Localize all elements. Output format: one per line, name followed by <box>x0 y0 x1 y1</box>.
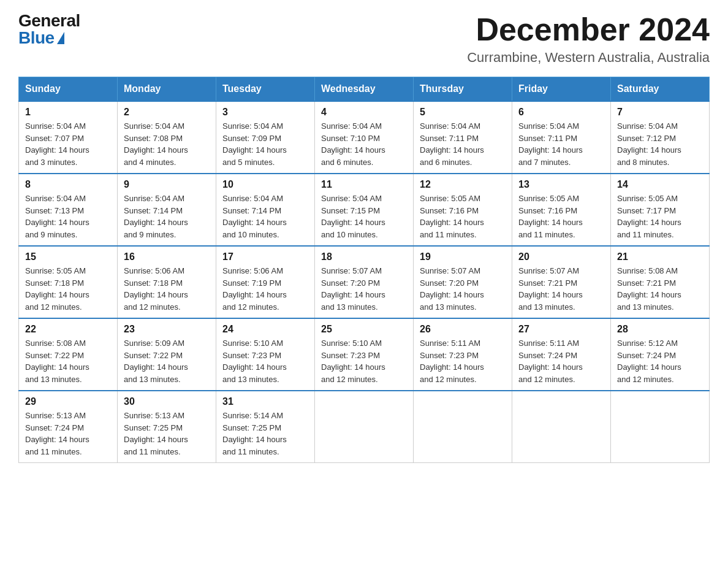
day-number: 12 <box>420 179 506 190</box>
col-header-saturday: Saturday <box>611 77 710 102</box>
calendar-week-row: 29Sunrise: 5:13 AMSunset: 7:24 PMDayligh… <box>19 391 710 463</box>
day-number: 2 <box>124 107 210 118</box>
day-number: 3 <box>222 107 308 118</box>
calendar-week-row: 15Sunrise: 5:05 AMSunset: 7:18 PMDayligh… <box>19 246 710 318</box>
calendar-cell: 5Sunrise: 5:04 AMSunset: 7:11 PMDaylight… <box>414 101 512 174</box>
calendar-cell: 19Sunrise: 5:07 AMSunset: 7:20 PMDayligh… <box>414 246 512 318</box>
calendar-cell: 29Sunrise: 5:13 AMSunset: 7:24 PMDayligh… <box>19 391 118 463</box>
day-info: Sunrise: 5:10 AMSunset: 7:23 PMDaylight:… <box>321 337 407 385</box>
calendar-cell: 27Sunrise: 5:11 AMSunset: 7:24 PMDayligh… <box>512 318 611 391</box>
day-number: 14 <box>617 179 703 190</box>
day-number: 28 <box>617 324 703 335</box>
calendar-cell: 20Sunrise: 5:07 AMSunset: 7:21 PMDayligh… <box>512 246 611 318</box>
day-info: Sunrise: 5:07 AMSunset: 7:21 PMDaylight:… <box>518 265 604 313</box>
day-info: Sunrise: 5:04 AMSunset: 7:10 PMDaylight:… <box>321 120 407 168</box>
day-number: 31 <box>222 396 308 407</box>
calendar-cell: 13Sunrise: 5:05 AMSunset: 7:16 PMDayligh… <box>512 174 611 246</box>
day-info: Sunrise: 5:04 AMSunset: 7:14 PMDaylight:… <box>222 193 308 240</box>
day-info: Sunrise: 5:08 AMSunset: 7:22 PMDaylight:… <box>25 337 111 385</box>
day-number: 25 <box>321 324 407 335</box>
calendar-cell: 7Sunrise: 5:04 AMSunset: 7:12 PMDaylight… <box>611 101 710 174</box>
day-number: 21 <box>617 251 703 262</box>
day-number: 16 <box>124 251 210 262</box>
day-info: Sunrise: 5:13 AMSunset: 7:24 PMDaylight:… <box>25 410 111 458</box>
day-info: Sunrise: 5:04 AMSunset: 7:14 PMDaylight:… <box>124 193 210 240</box>
day-number: 7 <box>617 107 703 118</box>
day-number: 18 <box>321 251 407 262</box>
calendar-cell: 22Sunrise: 5:08 AMSunset: 7:22 PMDayligh… <box>19 318 118 391</box>
col-header-wednesday: Wednesday <box>315 77 414 102</box>
day-info: Sunrise: 5:04 AMSunset: 7:15 PMDaylight:… <box>321 193 407 240</box>
calendar-week-row: 22Sunrise: 5:08 AMSunset: 7:22 PMDayligh… <box>19 318 710 391</box>
day-number: 6 <box>518 107 604 118</box>
calendar-table: SundayMondayTuesdayWednesdayThursdayFrid… <box>18 77 710 463</box>
logo-general-text: General <box>18 12 80 29</box>
calendar-cell: 9Sunrise: 5:04 AMSunset: 7:14 PMDaylight… <box>118 174 216 246</box>
calendar-cell: 18Sunrise: 5:07 AMSunset: 7:20 PMDayligh… <box>315 246 414 318</box>
calendar-cell: 6Sunrise: 5:04 AMSunset: 7:11 PMDaylight… <box>512 101 611 174</box>
calendar-cell: 4Sunrise: 5:04 AMSunset: 7:10 PMDaylight… <box>315 101 414 174</box>
location-title: Currambine, Western Australia, Australia <box>467 50 710 66</box>
day-number: 17 <box>222 251 308 262</box>
day-number: 9 <box>124 179 210 190</box>
day-info: Sunrise: 5:13 AMSunset: 7:25 PMDaylight:… <box>124 410 210 458</box>
day-number: 15 <box>25 251 111 262</box>
day-number: 20 <box>518 251 604 262</box>
day-number: 26 <box>420 324 506 335</box>
calendar-cell: 15Sunrise: 5:05 AMSunset: 7:18 PMDayligh… <box>19 246 118 318</box>
day-info: Sunrise: 5:06 AMSunset: 7:18 PMDaylight:… <box>124 265 210 313</box>
calendar-cell: 26Sunrise: 5:11 AMSunset: 7:23 PMDayligh… <box>414 318 512 391</box>
day-info: Sunrise: 5:05 AMSunset: 7:16 PMDaylight:… <box>518 193 604 240</box>
day-number: 5 <box>420 107 506 118</box>
day-info: Sunrise: 5:11 AMSunset: 7:23 PMDaylight:… <box>420 337 506 385</box>
calendar-cell: 8Sunrise: 5:04 AMSunset: 7:13 PMDaylight… <box>19 174 118 246</box>
title-section: December 2024 Currambine, Western Austra… <box>467 12 710 66</box>
calendar-cell <box>414 391 512 463</box>
day-info: Sunrise: 5:08 AMSunset: 7:21 PMDaylight:… <box>617 265 703 313</box>
calendar-cell: 12Sunrise: 5:05 AMSunset: 7:16 PMDayligh… <box>414 174 512 246</box>
col-header-sunday: Sunday <box>19 77 118 102</box>
calendar-cell: 25Sunrise: 5:10 AMSunset: 7:23 PMDayligh… <box>315 318 414 391</box>
day-info: Sunrise: 5:05 AMSunset: 7:16 PMDaylight:… <box>420 193 506 240</box>
day-info: Sunrise: 5:07 AMSunset: 7:20 PMDaylight:… <box>321 265 407 313</box>
calendar-cell: 17Sunrise: 5:06 AMSunset: 7:19 PMDayligh… <box>216 246 315 318</box>
calendar-cell: 3Sunrise: 5:04 AMSunset: 7:09 PMDaylight… <box>216 101 315 174</box>
day-number: 1 <box>25 107 111 118</box>
calendar-cell: 30Sunrise: 5:13 AMSunset: 7:25 PMDayligh… <box>118 391 216 463</box>
day-number: 23 <box>124 324 210 335</box>
calendar-cell <box>512 391 611 463</box>
calendar-week-row: 8Sunrise: 5:04 AMSunset: 7:13 PMDaylight… <box>19 174 710 246</box>
day-number: 27 <box>518 324 604 335</box>
calendar-cell: 28Sunrise: 5:12 AMSunset: 7:24 PMDayligh… <box>611 318 710 391</box>
day-number: 30 <box>124 396 210 407</box>
col-header-friday: Friday <box>512 77 611 102</box>
day-info: Sunrise: 5:04 AMSunset: 7:11 PMDaylight:… <box>518 120 604 168</box>
day-info: Sunrise: 5:04 AMSunset: 7:12 PMDaylight:… <box>617 120 703 168</box>
col-header-thursday: Thursday <box>414 77 512 102</box>
calendar-cell: 1Sunrise: 5:04 AMSunset: 7:07 PMDaylight… <box>19 101 118 174</box>
col-header-monday: Monday <box>118 77 216 102</box>
calendar-week-row: 1Sunrise: 5:04 AMSunset: 7:07 PMDaylight… <box>19 101 710 174</box>
page-header: General Blue December 2024 Currambine, W… <box>18 12 710 66</box>
calendar-cell: 16Sunrise: 5:06 AMSunset: 7:18 PMDayligh… <box>118 246 216 318</box>
day-info: Sunrise: 5:07 AMSunset: 7:20 PMDaylight:… <box>420 265 506 313</box>
calendar-cell <box>315 391 414 463</box>
day-number: 13 <box>518 179 604 190</box>
day-number: 19 <box>420 251 506 262</box>
day-number: 8 <box>25 179 111 190</box>
month-title: December 2024 <box>467 12 710 47</box>
calendar-cell <box>611 391 710 463</box>
calendar-cell: 21Sunrise: 5:08 AMSunset: 7:21 PMDayligh… <box>611 246 710 318</box>
day-info: Sunrise: 5:11 AMSunset: 7:24 PMDaylight:… <box>518 337 604 385</box>
day-info: Sunrise: 5:12 AMSunset: 7:24 PMDaylight:… <box>617 337 703 385</box>
day-info: Sunrise: 5:04 AMSunset: 7:13 PMDaylight:… <box>25 193 111 240</box>
logo-blue-text: Blue <box>18 29 64 47</box>
calendar-cell: 11Sunrise: 5:04 AMSunset: 7:15 PMDayligh… <box>315 174 414 246</box>
logo: General Blue <box>18 12 80 47</box>
day-info: Sunrise: 5:06 AMSunset: 7:19 PMDaylight:… <box>222 265 308 313</box>
day-info: Sunrise: 5:04 AMSunset: 7:08 PMDaylight:… <box>124 120 210 168</box>
calendar-cell: 10Sunrise: 5:04 AMSunset: 7:14 PMDayligh… <box>216 174 315 246</box>
calendar-cell: 14Sunrise: 5:05 AMSunset: 7:17 PMDayligh… <box>611 174 710 246</box>
day-number: 29 <box>25 396 111 407</box>
day-info: Sunrise: 5:04 AMSunset: 7:07 PMDaylight:… <box>25 120 111 168</box>
